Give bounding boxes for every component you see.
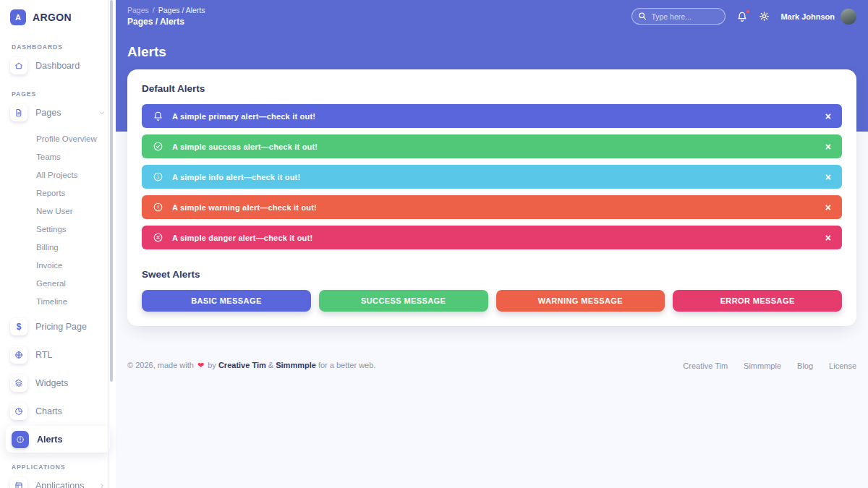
alert-danger: A simple danger alert—check it out! × <box>142 226 842 249</box>
bell-icon <box>153 111 163 121</box>
brand[interactable]: A ARGON <box>0 0 116 33</box>
sidebar-item-pricing-page[interactable]: $ Pricing Page <box>0 312 116 341</box>
sidebar-subitem-new-user[interactable]: New User <box>0 202 116 220</box>
globe-icon <box>10 346 27 364</box>
sweet-alerts-heading: Sweet Alerts <box>142 269 842 280</box>
sidebar-subitem-general[interactable]: General <box>0 274 116 292</box>
brand-name: ARGON <box>33 12 72 23</box>
footer-link-blog[interactable]: Blog <box>797 361 813 370</box>
settings-gear-icon[interactable] <box>759 11 770 22</box>
user-name: Mark Johnson <box>780 12 835 21</box>
breadcrumb-current: Pages / Alerts <box>158 6 205 14</box>
sidebar-item-label: Applications <box>35 481 84 488</box>
sidebar-item-pages[interactable]: Pages <box>0 98 116 127</box>
sidebar-subitem-teams[interactable]: Teams <box>0 147 116 166</box>
check-circle-icon <box>153 141 163 152</box>
top-navbar: Pages/Pages / Alerts Pages / Alerts <box>116 0 868 27</box>
section-label-dashboards: DASHBOARDS <box>12 43 104 51</box>
section-label-applications: APPLICATIONS <box>12 463 104 471</box>
footer-link-simmmple[interactable]: Simmmple <box>744 361 781 370</box>
sidebar-item-label: Pages <box>35 108 61 118</box>
sidebar-subitem-invoice[interactable]: Invoice <box>0 256 116 274</box>
sidebar-item-dashboard[interactable]: Dashboard <box>0 51 116 80</box>
breadcrumb-root[interactable]: Pages <box>127 6 149 14</box>
creative-tim-link[interactable]: Creative Tim <box>218 361 266 369</box>
sidebar-subitem-reports[interactable]: Reports <box>0 184 116 202</box>
sidebar-item-applications[interactable]: Applications <box>0 471 116 488</box>
hero-title: Alerts <box>127 44 856 60</box>
close-icon[interactable]: × <box>825 142 831 152</box>
heart-icon: ❤ <box>197 361 204 369</box>
simmmple-link[interactable]: Simmmple <box>276 361 316 369</box>
sidebar-scrollbar[interactable] <box>110 0 113 382</box>
page-title: Pages / Alerts <box>127 17 205 27</box>
pages-submenu: Profile Overview Teams All Projects Repo… <box>0 129 116 310</box>
close-icon[interactable]: × <box>825 202 831 213</box>
sidebar-divider <box>109 0 109 488</box>
alert-circle-icon <box>12 431 29 448</box>
grid-icon <box>10 477 27 488</box>
footer-link-license[interactable]: License <box>829 361 856 370</box>
sidebar-item-label: Pricing Page <box>35 322 87 332</box>
sidebar-subitem-settings[interactable]: Settings <box>0 220 116 238</box>
sweet-alert-buttons: BASIC MESSAGE SUCCESS MESSAGE WARNING ME… <box>142 290 842 312</box>
sidebar-item-label: Charts <box>35 406 62 416</box>
success-message-button[interactable]: SUCCESS MESSAGE <box>319 290 488 312</box>
notification-dot <box>746 10 749 13</box>
home-icon <box>10 57 27 74</box>
chevron-down-icon <box>98 109 106 116</box>
sidebar-item-widgets[interactable]: Widgets <box>0 369 116 397</box>
chevron-right-icon <box>98 482 106 488</box>
sidebar-subitem-billing[interactable]: Billing <box>0 238 116 256</box>
alert-text: A simple warning alert—check it out! <box>172 203 317 212</box>
breadcrumb-separator: / <box>153 6 155 14</box>
sidebar-item-charts[interactable]: Charts <box>0 397 116 425</box>
default-alerts-heading: Default Alerts <box>142 83 842 94</box>
warning-message-button[interactable]: WARNING MESSAGE <box>496 290 665 312</box>
close-icon[interactable]: × <box>825 233 831 243</box>
document-icon <box>10 104 27 121</box>
sidebar: A ARGON DASHBOARDS Dashboard PAGES Pages… <box>0 0 116 488</box>
alert-text: A simple info alert—check it out! <box>172 173 300 181</box>
layers-icon <box>10 374 27 392</box>
alert-text: A simple danger alert—check it out! <box>172 234 312 242</box>
breadcrumb-block: Pages/Pages / Alerts Pages / Alerts <box>127 6 205 27</box>
sidebar-item-alerts[interactable]: Alerts <box>6 426 110 453</box>
sidebar-item-label: Dashboard <box>35 61 80 71</box>
copyright-suffix: for a better web. <box>318 361 376 369</box>
x-circle-icon <box>153 232 163 243</box>
close-icon[interactable]: × <box>825 172 831 182</box>
copyright-by: by <box>208 361 216 369</box>
alert-info: A simple info alert—check it out! × <box>142 165 842 189</box>
warning-circle-icon <box>153 202 163 213</box>
alert-warning: A simple warning alert—check it out! × <box>142 195 842 219</box>
footer: © 2026, made with ❤ by Creative Tim & Si… <box>127 361 856 370</box>
sidebar-subitem-all-projects[interactable]: All Projects <box>0 166 116 184</box>
sidebar-item-label: RTL <box>35 350 52 360</box>
dollar-icon: $ <box>10 318 27 335</box>
basic-message-button[interactable]: BASIC MESSAGE <box>142 290 311 312</box>
error-message-button[interactable]: ERROR MESSAGE <box>673 290 842 312</box>
footer-link-creative-tim[interactable]: Creative Tim <box>683 361 728 370</box>
info-circle-icon <box>153 171 163 182</box>
footer-links: Creative Tim Simmmple Blog License <box>683 361 856 370</box>
copyright-text: © 2026, made with <box>127 361 194 369</box>
brand-logo-icon: A <box>10 9 26 25</box>
alert-primary: A simple primary alert—check it out! × <box>142 104 842 128</box>
avatar <box>841 9 856 25</box>
sidebar-subitem-profile-overview[interactable]: Profile Overview <box>0 129 116 147</box>
close-icon[interactable]: × <box>825 111 831 121</box>
main-area: Pages/Pages / Alerts Pages / Alerts <box>116 0 868 488</box>
search-icon <box>638 12 647 20</box>
alert-text: A simple primary alert—check it out! <box>172 112 315 121</box>
copyright-amp: & <box>268 361 273 369</box>
sidebar-item-label: Widgets <box>35 378 68 388</box>
sidebar-subitem-timeline[interactable]: Timeline <box>0 292 116 310</box>
search-box <box>631 8 726 25</box>
alerts-card: Default Alerts A simple primary alert—ch… <box>127 69 856 326</box>
user-menu[interactable]: Mark Johnson <box>780 9 856 25</box>
sidebar-item-label: Alerts <box>37 435 62 445</box>
sidebar-item-rtl[interactable]: RTL <box>0 341 116 369</box>
navbar-controls: Mark Johnson <box>631 6 856 25</box>
notifications-bell-icon[interactable] <box>736 11 748 22</box>
